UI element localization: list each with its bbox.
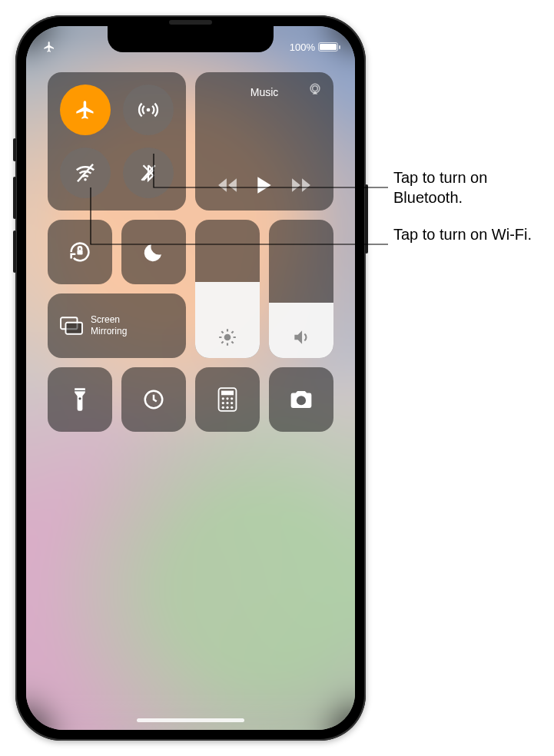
svg-point-32 [297, 396, 306, 405]
svg-point-26 [222, 402, 224, 404]
timer-icon [142, 388, 165, 411]
silent-switch [13, 138, 16, 161]
svg-point-5 [313, 86, 318, 91]
rewind-button[interactable] [217, 177, 237, 194]
orientation-lock-icon [67, 239, 93, 265]
calculator-button[interactable] [195, 367, 260, 432]
bluetooth-button[interactable] [123, 148, 174, 198]
timer-button[interactable] [121, 367, 186, 432]
media-title: Music [250, 86, 279, 98]
svg-line-17 [231, 331, 233, 333]
svg-rect-8 [66, 323, 82, 334]
do-not-disturb-button[interactable] [121, 220, 186, 284]
callout-wifi: Tap to turn on Wi-Fi. [393, 224, 547, 244]
svg-point-0 [147, 108, 151, 112]
flashlight-icon [72, 386, 88, 413]
battery-icon [318, 42, 338, 51]
svg-point-18 [78, 397, 81, 400]
bluetooth-off-icon [138, 163, 158, 183]
screen-mirroring-button[interactable]: Screen Mirroring [48, 293, 186, 358]
play-button[interactable] [255, 175, 274, 195]
svg-point-9 [224, 334, 231, 341]
connectivity-module[interactable] [48, 72, 186, 211]
volume-down-hw [13, 230, 16, 273]
svg-point-29 [222, 406, 224, 409]
wifi-button[interactable] [60, 148, 111, 198]
airplane-mode-button[interactable] [60, 85, 111, 135]
svg-point-28 [231, 402, 233, 404]
notch [108, 26, 274, 52]
svg-line-16 [221, 341, 223, 343]
screen-mirroring-label: Screen Mirroring [91, 314, 127, 337]
svg-rect-22 [221, 391, 234, 396]
camera-icon [288, 389, 314, 410]
svg-line-14 [221, 331, 223, 333]
airplay-icon[interactable] [307, 81, 323, 97]
svg-line-15 [231, 341, 233, 343]
battery-pct-label: 100% [290, 41, 315, 53]
svg-point-25 [231, 397, 233, 400]
svg-rect-6 [77, 250, 82, 254]
home-indicator[interactable] [137, 718, 244, 722]
svg-point-31 [231, 406, 233, 409]
wifi-off-icon [74, 161, 97, 184]
callout-bluetooth: Tap to turn on Bluetooth. [393, 167, 547, 207]
screen: 100% [26, 26, 355, 730]
svg-point-27 [226, 402, 228, 404]
battery-fill [320, 44, 337, 50]
svg-point-1 [84, 178, 87, 181]
airplane-icon [75, 99, 96, 121]
volume-slider[interactable] [269, 220, 333, 358]
brightness-slider[interactable] [195, 220, 260, 358]
phone-frame: 100% [15, 15, 366, 741]
control-center: Music [40, 72, 341, 432]
orientation-lock-button[interactable] [48, 220, 112, 284]
svg-point-24 [226, 397, 228, 400]
volume-up-hw [13, 177, 16, 219]
side-button-hw [365, 184, 368, 254]
volume-icon [291, 327, 311, 347]
camera-button[interactable] [269, 367, 333, 432]
forward-button[interactable] [291, 177, 311, 194]
flashlight-button[interactable] [48, 367, 112, 432]
svg-point-23 [222, 397, 224, 400]
brightness-icon [217, 327, 237, 347]
cellular-data-button[interactable] [123, 85, 174, 135]
cellular-icon [138, 99, 159, 121]
airplane-status-icon [43, 41, 55, 53]
earpiece-speaker [169, 20, 212, 25]
media-module[interactable]: Music [195, 72, 333, 211]
calculator-icon [217, 387, 237, 412]
screen-mirroring-icon [60, 316, 83, 336]
svg-point-30 [226, 406, 228, 409]
moon-icon [142, 240, 165, 264]
